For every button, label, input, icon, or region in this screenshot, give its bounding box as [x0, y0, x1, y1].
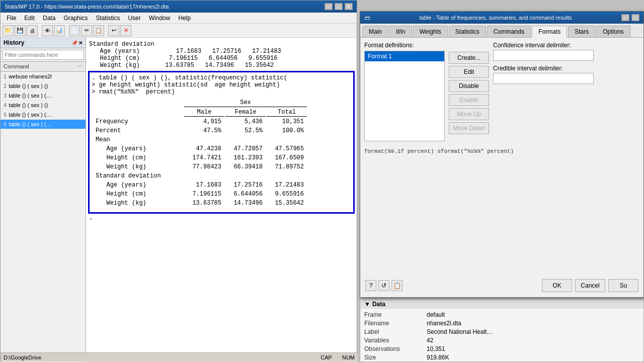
- data-section-header[interactable]: ▼ Data: [360, 299, 643, 309]
- toolbar-print[interactable]: 🖨: [27, 25, 38, 36]
- stata-window-controls: ─ □ ✕: [325, 3, 353, 10]
- prop-key-label: Label: [364, 328, 425, 336]
- props-grid: Frame default Filename nhanes2l.dta Labe…: [360, 309, 643, 362]
- toolbar-open[interactable]: 📁: [3, 25, 14, 36]
- prop-val-size: 919.86K: [427, 353, 639, 361]
- output-content[interactable]: Standard deviation Age (years) 17.1683 1…: [86, 38, 357, 355]
- toolbar-save[interactable]: 💾: [15, 25, 26, 36]
- data-section-label: Data: [372, 301, 385, 308]
- prop-val-label: Second National Healt…: [427, 328, 639, 336]
- move-up-button[interactable]: Move Up: [449, 108, 489, 120]
- table-row: Weight (kg) 77.9842366.3941871.89752: [93, 163, 307, 171]
- prop-key-variables: Variables: [364, 336, 425, 344]
- dialog-actions: OK Cancel Su: [542, 279, 638, 292]
- maximize-button[interactable]: □: [335, 3, 343, 10]
- menu-data[interactable]: Data: [39, 14, 59, 23]
- prop-key-size: Size: [364, 353, 425, 361]
- dialog-maximize-button[interactable]: □: [631, 14, 639, 21]
- format-preview: format(%9.1f percent) sformat("%s%%" per…: [364, 148, 639, 154]
- dialog-body: Format definitions: Format 1 Create... E…: [360, 38, 643, 158]
- table-row: Frequency 4,9155,43610,351: [93, 118, 307, 126]
- history-search-input[interactable]: [2, 50, 84, 60]
- menu-file[interactable]: File: [3, 14, 20, 23]
- tab-weights[interactable]: Weights: [413, 26, 448, 37]
- table-row: Height (cm) 7.1961156.6440569.655916: [93, 190, 307, 198]
- tab-ifin[interactable]: if/in: [389, 26, 412, 37]
- tab-stars[interactable]: Stars: [568, 26, 595, 37]
- history-item[interactable]: 5table () ( sex ) (…: [1, 110, 86, 120]
- history-pin-icon[interactable]: 📌: [71, 40, 77, 46]
- tab-commands[interactable]: Commands: [487, 26, 531, 37]
- close-button[interactable]: ✕: [345, 3, 353, 10]
- history-close-icon[interactable]: ✕: [78, 40, 83, 46]
- history-title: History: [4, 39, 24, 46]
- table-row: Mean: [93, 136, 307, 144]
- history-item[interactable]: 1webuse nhanes2l: [1, 72, 86, 81]
- prop-val-filename: nhanes2l.dta: [427, 319, 639, 327]
- enable-format-button[interactable]: Enable: [449, 94, 489, 106]
- menu-statistics[interactable]: Statistics: [92, 14, 124, 23]
- tab-formats[interactable]: Formats: [532, 26, 567, 38]
- history-column-label: Command: [4, 63, 29, 70]
- menu-graphics[interactable]: Graphics: [59, 14, 92, 23]
- create-format-button[interactable]: Create...: [449, 52, 489, 64]
- toolbar-viewer[interactable]: 👁: [42, 25, 53, 36]
- history-item[interactable]: 2table () ( sex ) (): [1, 81, 86, 91]
- toolbar-doedit[interactable]: ✏: [81, 25, 92, 36]
- history-item-selected[interactable]: 6table () ( sex ) (…: [1, 120, 86, 129]
- status-num: NUM: [342, 354, 355, 360]
- format-action-buttons: Create... Edit Disable Enable Move Up Mo…: [449, 42, 489, 141]
- menu-bar: File Edit Data Graphics Statistics User …: [1, 13, 357, 24]
- submit-button[interactable]: Su: [608, 279, 638, 292]
- table-row: Percent 47.5%52.5%100.0%: [93, 127, 307, 135]
- history-item[interactable]: 4table () ( sex ) (): [1, 101, 86, 110]
- status-path: D:\GoogleDrive: [4, 354, 41, 360]
- copy-icon[interactable]: 📋: [391, 280, 403, 291]
- dialog-bottom-icons: ? ↺ 📋: [365, 280, 403, 291]
- tab-main[interactable]: Main: [362, 26, 388, 37]
- ci-section: Confidence interval delimiter: Credible …: [493, 42, 639, 84]
- toolbar-stop[interactable]: ✕: [120, 25, 131, 36]
- toolbar-back[interactable]: ↩: [108, 25, 119, 36]
- menu-edit[interactable]: Edit: [20, 14, 39, 23]
- output-area: Standard deviation Age (years) 17.1683 1…: [86, 38, 357, 362]
- tab-statistics[interactable]: Statistics: [449, 26, 486, 37]
- credible-delimiter-input[interactable]: [493, 73, 594, 84]
- edit-format-button[interactable]: Edit: [449, 66, 489, 78]
- dialog-title-text: table - Table of frequencies, summaries,…: [419, 15, 572, 21]
- dialog-minimize-button[interactable]: ─: [621, 14, 629, 21]
- status-caps: CAP: [320, 354, 332, 360]
- menu-help[interactable]: Help: [174, 14, 195, 23]
- format-section: Format definitions: Format 1 Create... E…: [364, 42, 639, 141]
- reset-icon[interactable]: ↺: [378, 280, 389, 291]
- dialog-title-bar: 🗃 table - Table of frequencies, summarie…: [360, 12, 643, 24]
- collapse-icon: ▼: [364, 301, 370, 308]
- table-dialog: 🗃 table - Table of frequencies, summarie…: [360, 11, 644, 298]
- toolbar-dofile[interactable]: 📄: [69, 25, 80, 36]
- ok-button[interactable]: OK: [542, 279, 572, 292]
- output-line: Height (cm) 7.196115 6.644056 9.655916: [89, 55, 354, 62]
- menu-window[interactable]: Window: [145, 14, 175, 23]
- history-item[interactable]: 3table () ( sex ) (…: [1, 91, 86, 101]
- move-down-button[interactable]: Move Down: [449, 122, 489, 134]
- cancel-button[interactable]: Cancel: [575, 279, 605, 292]
- prop-val-variables: 42: [427, 336, 639, 344]
- stata-title-bar: Stata/MP 17.0 - https://www.stata-press.…: [1, 1, 357, 13]
- tab-options[interactable]: Options: [596, 26, 630, 37]
- prop-key-observations: Observations: [364, 345, 425, 353]
- disable-format-button[interactable]: Disable: [449, 80, 489, 92]
- toolbar-graph[interactable]: 📊: [54, 25, 65, 36]
- toolbar-dataedit[interactable]: 📋: [93, 25, 104, 36]
- ci-delimiter-input[interactable]: [493, 50, 594, 61]
- history-panel-header: History 📌 ✕: [1, 38, 86, 48]
- format-list-item-selected[interactable]: Format 1: [365, 51, 444, 61]
- help-icon[interactable]: ?: [365, 280, 376, 291]
- output-line: Weight (kg) 13.63785 14.73496 15.35642: [89, 62, 354, 69]
- menu-user[interactable]: User: [124, 14, 144, 23]
- stats-table: Sex Male Female Total Frequency: [92, 98, 308, 208]
- history-items-list: 1webuse nhanes2l 2table () ( sex ) () 3t…: [1, 72, 86, 362]
- cmd-continuation-line: > ge height weight) statistic(sd age hei…: [92, 81, 351, 88]
- table-row: Standard deviation: [93, 172, 307, 180]
- minimize-button[interactable]: ─: [325, 3, 333, 10]
- stata-title: Stata/MP 17.0 - https://www.stata-press.…: [5, 4, 169, 10]
